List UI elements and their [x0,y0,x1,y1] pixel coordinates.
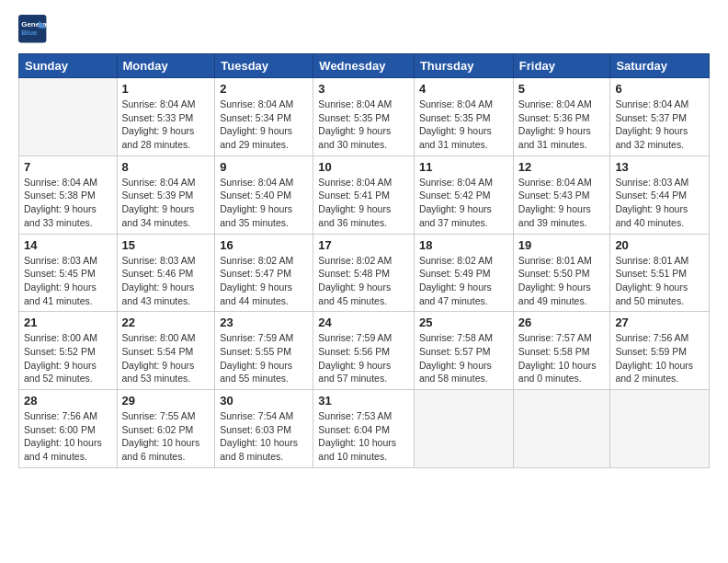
calendar-cell: 31Sunrise: 7:53 AM Sunset: 6:04 PM Dayli… [313,390,415,468]
day-info: Sunrise: 8:04 AM Sunset: 5:36 PM Dayligh… [518,98,606,152]
weekday-header-friday: Friday [513,54,610,78]
day-number: 30 [220,394,308,408]
weekday-header-wednesday: Wednesday [313,54,415,78]
day-number: 26 [518,316,606,329]
day-number: 1 [122,82,210,96]
day-info: Sunrise: 8:02 AM Sunset: 5:49 PM Dayligh… [419,254,508,308]
day-number: 14 [24,238,112,252]
day-number: 4 [419,82,508,96]
day-info: Sunrise: 7:57 AM Sunset: 5:58 PM Dayligh… [518,331,606,385]
calendar-cell: 8Sunrise: 8:04 AM Sunset: 5:39 PM Daylig… [117,155,215,234]
calendar-cell [19,78,118,156]
calendar-cell: 30Sunrise: 7:54 AM Sunset: 6:03 PM Dayli… [215,390,313,468]
day-number: 18 [419,238,508,252]
day-info: Sunrise: 7:59 AM Sunset: 5:56 PM Dayligh… [318,331,409,385]
calendar-cell: 19Sunrise: 8:01 AM Sunset: 5:50 PM Dayli… [513,234,610,312]
day-number: 15 [122,238,210,252]
calendar-cell: 17Sunrise: 8:02 AM Sunset: 5:48 PM Dayli… [313,234,415,312]
calendar-cell: 20Sunrise: 8:01 AM Sunset: 5:51 PM Dayli… [610,234,710,312]
day-info: Sunrise: 7:53 AM Sunset: 6:04 PM Dayligh… [318,409,409,464]
calendar-table: SundayMondayTuesdayWednesdayThursdayFrid… [18,53,710,468]
day-number: 21 [24,316,112,329]
day-number: 10 [318,160,409,174]
day-info: Sunrise: 8:03 AM Sunset: 5:45 PM Dayligh… [24,254,112,308]
weekday-header-saturday: Saturday [610,54,710,78]
calendar-cell: 15Sunrise: 8:03 AM Sunset: 5:46 PM Dayli… [117,234,215,312]
calendar-cell: 3Sunrise: 8:04 AM Sunset: 5:35 PM Daylig… [313,78,415,156]
calendar-cell: 9Sunrise: 8:04 AM Sunset: 5:40 PM Daylig… [215,155,313,234]
day-info: Sunrise: 8:02 AM Sunset: 5:48 PM Dayligh… [318,254,409,308]
calendar-week-2: 7Sunrise: 8:04 AM Sunset: 5:38 PM Daylig… [19,155,710,234]
day-info: Sunrise: 8:00 AM Sunset: 5:52 PM Dayligh… [24,331,112,385]
day-number: 12 [518,160,606,174]
day-info: Sunrise: 8:04 AM Sunset: 5:38 PM Dayligh… [24,176,112,230]
calendar-week-4: 21Sunrise: 8:00 AM Sunset: 5:52 PM Dayli… [19,312,710,390]
calendar-cell: 12Sunrise: 8:04 AM Sunset: 5:43 PM Dayli… [513,155,610,234]
day-info: Sunrise: 8:04 AM Sunset: 5:33 PM Dayligh… [122,98,210,152]
calendar-cell: 24Sunrise: 7:59 AM Sunset: 5:56 PM Dayli… [313,312,415,390]
weekday-header-sunday: Sunday [19,54,118,78]
day-number: 16 [220,238,308,252]
calendar-week-1: 1Sunrise: 8:04 AM Sunset: 5:33 PM Daylig… [19,78,710,156]
day-info: Sunrise: 8:04 AM Sunset: 5:34 PM Dayligh… [220,98,308,152]
day-number: 3 [318,82,409,96]
calendar-cell: 22Sunrise: 8:00 AM Sunset: 5:54 PM Dayli… [117,312,215,390]
day-number: 27 [615,316,704,329]
calendar-cell [513,390,610,468]
calendar-week-3: 14Sunrise: 8:03 AM Sunset: 5:45 PM Dayli… [19,234,710,312]
day-info: Sunrise: 7:54 AM Sunset: 6:03 PM Dayligh… [220,409,308,464]
day-number: 2 [220,82,308,96]
calendar-cell: 7Sunrise: 8:04 AM Sunset: 5:38 PM Daylig… [19,155,118,234]
day-number: 31 [318,394,409,408]
day-info: Sunrise: 8:04 AM Sunset: 5:39 PM Dayligh… [122,176,210,230]
calendar-cell: 4Sunrise: 8:04 AM Sunset: 5:35 PM Daylig… [414,78,513,156]
weekday-header-tuesday: Tuesday [215,54,313,78]
day-info: Sunrise: 7:59 AM Sunset: 5:55 PM Dayligh… [220,331,308,385]
calendar-header-row: SundayMondayTuesdayWednesdayThursdayFrid… [19,54,710,78]
day-number: 19 [518,238,606,252]
day-number: 6 [615,82,704,96]
day-number: 28 [24,394,112,408]
day-info: Sunrise: 8:02 AM Sunset: 5:47 PM Dayligh… [220,254,308,308]
day-number: 22 [122,316,210,329]
day-info: Sunrise: 8:04 AM Sunset: 5:41 PM Dayligh… [318,176,409,230]
day-info: Sunrise: 7:56 AM Sunset: 6:00 PM Dayligh… [24,409,112,464]
calendar-cell: 1Sunrise: 8:04 AM Sunset: 5:33 PM Daylig… [117,78,215,156]
page: General Blue SundayMondayTuesdayWednesda… [0,0,728,477]
calendar-cell: 27Sunrise: 7:56 AM Sunset: 5:59 PM Dayli… [610,312,710,390]
calendar-cell: 6Sunrise: 8:04 AM Sunset: 5:37 PM Daylig… [610,78,710,156]
day-number: 24 [318,316,409,329]
calendar-cell: 10Sunrise: 8:04 AM Sunset: 5:41 PM Dayli… [313,155,415,234]
day-info: Sunrise: 8:04 AM Sunset: 5:35 PM Dayligh… [318,98,409,152]
day-number: 13 [615,160,704,174]
calendar-week-5: 28Sunrise: 7:56 AM Sunset: 6:00 PM Dayli… [19,390,710,468]
logo: General Blue [18,15,51,44]
calendar-cell: 16Sunrise: 8:02 AM Sunset: 5:47 PM Dayli… [215,234,313,312]
day-number: 9 [220,160,308,174]
svg-text:Blue: Blue [21,29,38,37]
logo-icon: General Blue [18,15,48,44]
calendar-cell: 18Sunrise: 8:02 AM Sunset: 5:49 PM Dayli… [414,234,513,312]
header: General Blue [18,15,710,44]
calendar-cell [414,390,513,468]
day-info: Sunrise: 8:04 AM Sunset: 5:43 PM Dayligh… [518,176,606,230]
day-number: 17 [318,238,409,252]
day-info: Sunrise: 8:04 AM Sunset: 5:40 PM Dayligh… [220,176,308,230]
day-info: Sunrise: 7:55 AM Sunset: 6:02 PM Dayligh… [122,409,210,464]
day-number: 8 [122,160,210,174]
day-number: 5 [518,82,606,96]
day-number: 11 [419,160,508,174]
calendar-cell: 25Sunrise: 7:58 AM Sunset: 5:57 PM Dayli… [414,312,513,390]
day-info: Sunrise: 8:04 AM Sunset: 5:35 PM Dayligh… [419,98,508,152]
calendar-cell: 21Sunrise: 8:00 AM Sunset: 5:52 PM Dayli… [19,312,118,390]
day-info: Sunrise: 8:01 AM Sunset: 5:50 PM Dayligh… [518,254,606,308]
calendar-cell: 5Sunrise: 8:04 AM Sunset: 5:36 PM Daylig… [513,78,610,156]
weekday-header-thursday: Thursday [414,54,513,78]
day-info: Sunrise: 8:00 AM Sunset: 5:54 PM Dayligh… [122,331,210,385]
day-info: Sunrise: 7:58 AM Sunset: 5:57 PM Dayligh… [419,331,508,385]
calendar-cell: 11Sunrise: 8:04 AM Sunset: 5:42 PM Dayli… [414,155,513,234]
calendar-cell: 28Sunrise: 7:56 AM Sunset: 6:00 PM Dayli… [19,390,118,468]
day-info: Sunrise: 8:01 AM Sunset: 5:51 PM Dayligh… [615,254,704,308]
day-info: Sunrise: 7:56 AM Sunset: 5:59 PM Dayligh… [615,331,704,385]
day-number: 25 [419,316,508,329]
